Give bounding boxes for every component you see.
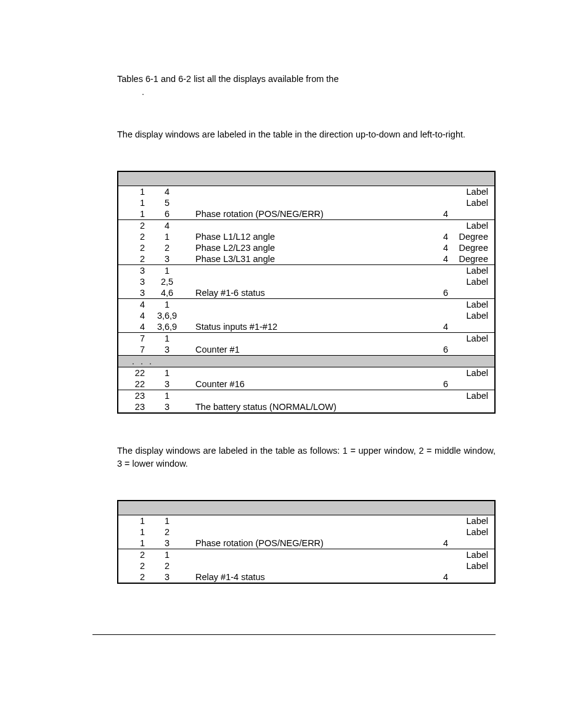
cell-number: 4 (427, 208, 452, 220)
cell-window: 3 (149, 571, 186, 583)
cell-unit (452, 321, 495, 333)
table-row: 21Phase L1/L12 angle4Degree (118, 231, 495, 242)
cell-unit: Label (452, 515, 495, 527)
footer-rule (92, 634, 496, 635)
cell-page: 23 (118, 401, 149, 413)
cell-page: 1 (118, 208, 149, 220)
table-row: 12Label (118, 526, 495, 538)
cell-description: Phase rotation (POS/NEG/ERR) (186, 538, 427, 549)
cell-number (427, 186, 452, 198)
table-row: 41Label (118, 299, 495, 311)
table-row: 34,6Relay #1-6 status6 (118, 287, 495, 299)
table-row: 43,6,9Label (118, 310, 495, 321)
cell-window: 2 (149, 242, 186, 253)
cell-number (427, 220, 452, 232)
cell-unit: Label (452, 220, 495, 232)
cell-unit: Label (452, 299, 495, 311)
intro-dot: . (142, 87, 144, 97)
cell-number: 4 (427, 242, 452, 253)
cell-page: 7 (118, 344, 149, 356)
intro-paragraph-1: Tables 6-1 and 6-2 list all the displays… (117, 73, 496, 99)
intro-text-1: Tables 6-1 and 6-2 list all the displays… (117, 74, 338, 84)
cell-unit (452, 379, 495, 390)
cell-unit: Degree (452, 253, 495, 265)
cell-unit: Label (452, 367, 495, 379)
cell-description: Relay #1-6 status (186, 287, 427, 299)
cell-number (427, 515, 452, 527)
table-6-1-header (118, 171, 495, 186)
cell-window: 3 (149, 379, 186, 390)
table-row: 231Label (118, 390, 495, 402)
table-row: 233The battery status (NORMAL/LOW) (118, 401, 495, 413)
cell-description: Phase L3/L31 angle (186, 253, 427, 265)
cell-unit (452, 287, 495, 299)
table-row: 15Label (118, 197, 495, 208)
table-row: 23Phase L3/L31 angle4Degree (118, 253, 495, 265)
cell-number (427, 299, 452, 311)
cell-page: 2 (118, 231, 149, 242)
cell-page: 1 (118, 515, 149, 527)
cell-page: 7 (118, 333, 149, 345)
cell-page: 2 (118, 220, 149, 232)
cell-page: 1 (118, 538, 149, 549)
cell-description: Counter #16 (186, 379, 427, 390)
cell-page: 22 (118, 379, 149, 390)
cell-unit: Label (452, 390, 495, 402)
table-row: 16Phase rotation (POS/NEG/ERR)4 (118, 208, 495, 220)
cell-unit (452, 344, 495, 356)
cell-unit: Label (452, 197, 495, 208)
cell-number: 6 (427, 344, 452, 356)
cell-window: 4 (149, 186, 186, 198)
cell-description: The battery status (NORMAL/LOW) (186, 401, 427, 413)
table-row: 11Label (118, 515, 495, 527)
cell-number (427, 390, 452, 402)
cell-window: 6 (149, 208, 186, 220)
cell-unit: Label (452, 186, 495, 198)
cell-page: 3 (118, 265, 149, 277)
cell-window: 3 (149, 538, 186, 549)
cell-window: 1 (149, 333, 186, 345)
table-row: 24Label (118, 220, 495, 232)
table-row: 21Label (118, 549, 495, 561)
cell-page: 4 (118, 321, 149, 333)
cell-description: Status inputs #1-#12 (186, 321, 427, 333)
cell-description (186, 310, 427, 321)
table-row: 13Phase rotation (POS/NEG/ERR)4 (118, 538, 495, 549)
cell-description (186, 367, 427, 379)
cell-description: Phase L1/L12 angle (186, 231, 427, 242)
cell-page: 22 (118, 367, 149, 379)
table-6-2: 11Label12Label13Phase rotation (POS/NEG/… (117, 500, 496, 584)
table-row: 223Counter #166 (118, 379, 495, 390)
cell-number: 4 (427, 253, 452, 265)
page: Tables 6-1 and 6-2 list all the displays… (0, 0, 588, 704)
cell-number (427, 310, 452, 321)
cell-number: 6 (427, 287, 452, 299)
cell-description: Phase L2/L23 angle (186, 242, 427, 253)
cell-description (186, 276, 427, 287)
cell-description (186, 197, 427, 208)
cell-page: 3 (118, 276, 149, 287)
table-row: 32,5Label (118, 276, 495, 287)
cell-unit: Label (452, 276, 495, 287)
cell-window: 1 (149, 367, 186, 379)
cell-page: 4 (118, 310, 149, 321)
cell-window: 1 (149, 231, 186, 242)
cell-description (186, 220, 427, 232)
cell-window: 1 (149, 515, 186, 527)
intro-paragraph-3: The display windows are labeled in the t… (117, 444, 496, 470)
cell-window: 4 (149, 220, 186, 232)
cell-description (186, 265, 427, 277)
table-divider-row: . . . (118, 356, 495, 367)
cell-number (427, 265, 452, 277)
cell-page: 23 (118, 390, 149, 402)
cell-unit (452, 208, 495, 220)
cell-number: 6 (427, 379, 452, 390)
cell-window: 1 (149, 390, 186, 402)
cell-description (186, 560, 427, 571)
cell-unit: Label (452, 333, 495, 345)
cell-window: 3 (149, 253, 186, 265)
table-row: 22Label (118, 560, 495, 571)
cell-number (427, 549, 452, 561)
table-row: 221Label (118, 367, 495, 379)
cell-page: 2 (118, 253, 149, 265)
